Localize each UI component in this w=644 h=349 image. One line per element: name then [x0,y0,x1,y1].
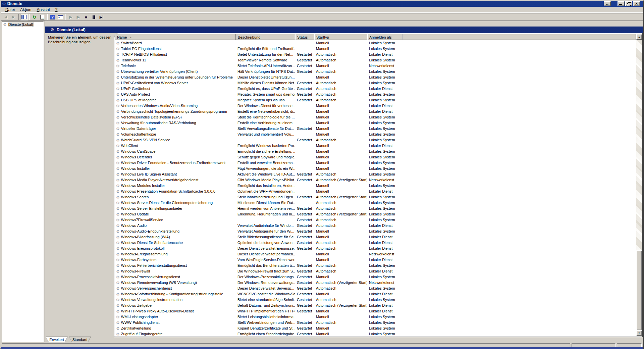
table-row[interactable]: ⚙Verschlüsselndes Dateisystem (EFS)Stell… [115,114,636,120]
table-row[interactable]: ⚙TeamViewer 11TeamViewer Remote Software… [115,57,636,63]
service-gear-icon: ⚙ [116,87,120,91]
start-service-icon[interactable]: ▶ [67,14,74,20]
menu-aktion[interactable]: Aktion [17,7,34,12]
table-row[interactable]: ⚙Windows Server-Dienst für die Clientcom… [115,200,636,206]
forward-icon[interactable]: ► [10,14,17,20]
table-row[interactable]: ⚙Windows-Sofortverbindung - Konfiguratio… [115,291,636,297]
service-gear-icon: ⚙ [116,241,120,245]
cell-name: ⚙UPS Auto-Protect [115,92,236,97]
table-row[interactable]: ⚙WatchGuard SSLVPN ServiceGestartetAutom… [115,137,636,143]
column-header-beschreibung[interactable]: Beschreibung [236,34,295,40]
menu-ansicht[interactable]: Ansicht [34,7,52,12]
cell-anmelden-als: Lokaler Dienst [367,257,402,263]
column-header-status[interactable]: Status [295,34,314,40]
table-row[interactable]: ⚙Windows Server-EinstellungsanbieterHier… [115,206,636,211]
table-row[interactable]: ⚙Windows-ProzessaktivierungsdienstDer Wi… [115,274,636,280]
cell-starttyp: Automatisch [314,286,367,291]
column-header-anmelden-als[interactable]: Anmelden als [367,34,402,40]
column-header-starttyp[interactable]: Starttyp [314,34,367,40]
tree-item-dienste-lokal[interactable]: ⚙ Dienste (Lokal) [2,22,43,27]
tab-standard[interactable]: Standard [69,337,91,342]
table-row[interactable]: ⚙Windows CardSpaceErmöglicht die sichere… [115,149,636,154]
menu-help[interactable]: ? [53,7,60,12]
table-row[interactable]: ⚙Verbindungsschicht-Topologieerkennungs-… [115,109,636,114]
table-row[interactable]: ⚙USB UPS of MegatecMegatec System ups vi… [115,97,636,103]
table-row[interactable]: ⚙Windows SearchStellt Inhaltsindizierung… [115,194,636,200]
table-row[interactable]: ⚙Windows-ZeitgeberBehält Datums- und Zei… [115,303,636,308]
cell-status: Gestartet [295,86,314,92]
stop-service-icon[interactable]: ■ [82,14,90,20]
tab-erweitert[interactable]: Erweitert [46,337,68,342]
table-row[interactable]: ⚙SwitchBoardManuellLokales System [115,40,636,46]
table-row[interactable]: ⚙ZertifikatverteilungKopiert Benutzerzer… [115,326,636,331]
table-row[interactable]: ⚙TelefonieBietet Telefonie-API-Unterstüt… [115,63,636,69]
cell-status [295,120,314,126]
scroll-down-button[interactable]: ▼ [636,330,642,336]
table-row[interactable]: ⚙UPnP-GerätehostErmöglicht es, dass UPnP… [115,86,636,92]
table-row[interactable]: ⚙WinHTTP-Web Proxy Auto-Discovery-Dienst… [115,308,636,314]
restart-service-icon[interactable]: ▶ [98,14,105,20]
column-header-name[interactable]: Name▲ [115,34,236,40]
table-row[interactable]: ⚙Windows Live ID Sign-in AssistantAktivi… [115,171,636,177]
resize-toggle-button[interactable]: ↔ [604,1,611,6]
table-row[interactable]: ⚙Windows UpdateErkennung, Herunterladen … [115,211,636,217]
service-gear-icon: ⚙ [116,155,120,159]
table-row[interactable]: ⚙WWW-PublishingdienstStellt Webverbindun… [115,320,636,326]
help-icon[interactable]: ? [49,14,56,20]
scroll-up-button[interactable]: ▲ [636,34,642,40]
table-row[interactable]: ⚙Windows-VerwaltungsinstrumentationBiete… [115,297,636,303]
cell-anmelden-als: Lokales System [367,40,402,46]
table-row[interactable]: ⚙Windows InstallerFügt Anwendungen, die … [115,166,636,171]
cell-status [295,166,314,171]
table-row[interactable]: ⚙Windows7FirewallServiceGestartetAutomat… [115,217,636,223]
scroll-thumb[interactable] [636,250,642,330]
table-row[interactable]: ⚙Windows-FirewallDie Windows-Firewall tr… [115,268,636,274]
extended-view-icon[interactable] [56,14,64,20]
restore-button[interactable] [625,1,632,6]
table-row[interactable]: ⚙Windows Presentation Foundation-Schrift… [115,189,636,194]
table-row[interactable]: ⚙Überwachung verteilter Verknüpfungen (C… [115,69,636,74]
cell-beschreibung: Optimiert die Leistung von Anwen... [236,240,295,246]
table-row[interactable]: ⚙Virtueller DatenträgerStellt Verwaltung… [115,126,636,132]
status-panel-2 [572,343,615,347]
table-row[interactable]: ⚙Windows-Audio-EndpunkterstellungVerwalt… [115,229,636,234]
table-row[interactable]: ⚙Windows Driver Foundation - Benutzermod… [115,160,636,166]
table-row[interactable]: ⚙Windows Media Player-Netzwerkfreigabedi… [115,177,636,183]
table-row[interactable]: ⚙Windows-Bilderfassung (WIA)Stellt Bilde… [115,234,636,240]
table-row[interactable]: ⚙UPnP-Gerätedienst von Windows ServerMit… [115,80,636,86]
console-tree-icon[interactable] [20,14,28,20]
pause-service-icon[interactable] [90,14,98,20]
close-button[interactable]: × [633,1,640,6]
cell-anmelden-als: Lokales System [367,126,402,132]
table-row[interactable]: ⚙Windows-ServerspeicherdienstDieser Dien… [115,286,636,291]
cell-beschreibung: WinHTTP implementiert den HTTP-... [236,308,295,314]
table-row[interactable]: ⚙Unterstützung in der Systemsteuerung un… [115,74,636,80]
back-icon[interactable]: ◄ [2,14,10,20]
export-list-icon[interactable] [38,14,46,20]
table-row[interactable]: ⚙Windows-Dienst für SchriftartencacheOpt… [115,240,636,246]
table-row[interactable]: ⚙Windows-Remoteverwaltung (WS-Verwaltung… [115,280,636,286]
table-row[interactable]: ⚙TCP/IP-NetBIOS-HilfsdienstBietet Unters… [115,52,636,57]
table-row[interactable]: ⚙Zugriff auf EingabegeräteErmöglicht ein… [115,331,636,337]
table-row[interactable]: ⚙Windows-EreignisprotokollDieser Dienst … [115,246,636,251]
refresh-icon[interactable]: ↻ [31,14,38,20]
cell-status [295,189,314,194]
table-row[interactable]: ⚙Windows DefenderSchutz gegen Spyware un… [115,154,636,160]
table-row[interactable]: ⚙Windows-FarbsystemVom WcsPlugInService-… [115,257,636,263]
minimize-button[interactable] [618,1,625,6]
table-row[interactable]: ⚙Verbessertes Windows-Audio/Video-Stream… [115,103,636,109]
table-row[interactable]: ⚙Windows-FehlerberichterstattungsdienstE… [115,263,636,268]
table-row[interactable]: ⚙Windows Modules InstallerErmöglicht das… [115,183,636,189]
table-row[interactable]: ⚙WebClientErmöglicht Windows-basierten P… [115,143,636,149]
vertical-scrollbar[interactable]: ▲ ▼ [636,34,642,336]
table-row[interactable]: ⚙Verwaltung für automatische RAS-Verbind… [115,120,636,126]
table-row[interactable]: ⚙Windows-EreignissammlungDieser Dienst v… [115,251,636,257]
table-row[interactable]: ⚙Windows-AudioVerwaltet Audioinhalte für… [115,223,636,229]
table-row[interactable]: ⚙Tablet PC-EingabedienstErmöglicht die S… [115,46,636,52]
table-row[interactable]: ⚙VolumeschattenkopieVerwaltet und implem… [115,132,636,137]
table-row[interactable]: ⚙UPS Auto-ProtectMegatec System smart up… [115,92,636,97]
menu-datei[interactable]: Datei [3,7,17,12]
cell-status [295,154,314,160]
resume-service-icon[interactable]: ▶ [74,14,82,20]
table-row[interactable]: ⚙WMI-LeistungsadapterBietet Leistungsbib… [115,314,636,320]
